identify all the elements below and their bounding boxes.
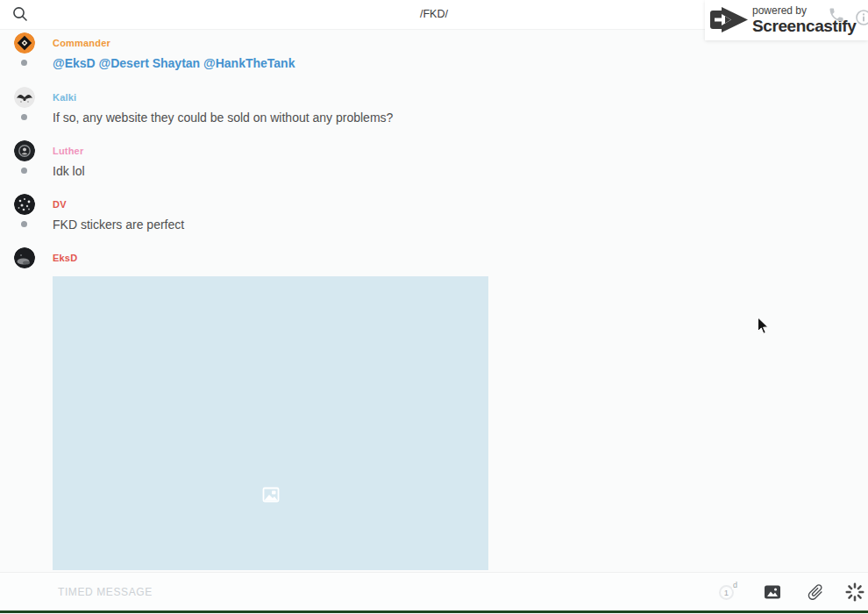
- avatar-kalki[interactable]: [14, 87, 35, 108]
- image-upload-button[interactable]: [763, 583, 782, 603]
- call-button[interactable]: [827, 6, 846, 25]
- info-icon: [854, 8, 868, 27]
- message-status-dot: [21, 114, 27, 120]
- timer-value: 1: [721, 587, 732, 598]
- message-text: Idk lol: [53, 162, 85, 180]
- author-name: Commander: [53, 37, 110, 49]
- message-status-dot: [21, 221, 27, 227]
- timer-unit: d: [732, 581, 738, 589]
- avatar-dv[interactable]: [14, 194, 35, 215]
- message-status-dot: [21, 168, 27, 174]
- author-name: Luther: [53, 145, 83, 157]
- message-text: If so, any website they could be sold on…: [53, 109, 393, 126]
- avatar-commander[interactable]: [14, 32, 35, 54]
- timer-button[interactable]: 1 d: [719, 582, 745, 603]
- attach-file-button[interactable]: [805, 582, 826, 603]
- message-input[interactable]: TIMED MESSAGE: [58, 573, 584, 611]
- screencastify-logo-icon: [710, 5, 749, 34]
- image-placeholder-icon: [261, 485, 281, 504]
- input-placeholder: TIMED MESSAGE: [58, 586, 153, 598]
- composer-bar: TIMED MESSAGE 1 d: [0, 572, 868, 610]
- author-name: EksD: [53, 252, 77, 264]
- avatar-eksd[interactable]: [14, 247, 35, 268]
- mouse-cursor: [757, 317, 770, 335]
- message-status-dot: [21, 60, 27, 66]
- author-name: DV: [53, 198, 67, 211]
- author-name: Kalki: [53, 91, 76, 104]
- message-text-mentions[interactable]: @EksD @Desert Shaytan @HankTheTank: [53, 54, 295, 72]
- avatar-luther[interactable]: [14, 140, 35, 161]
- info-button[interactable]: [853, 8, 868, 29]
- spinner-icon: [844, 582, 865, 603]
- message-text: FKD stickers are perfect: [53, 216, 184, 233]
- image-icon: [764, 583, 781, 601]
- paperclip-icon: [806, 582, 825, 602]
- chat-app: /FKD/ powered by Screencastify: [0, 0, 868, 614]
- phone-icon: [828, 6, 845, 24]
- image-attachment[interactable]: [53, 276, 488, 570]
